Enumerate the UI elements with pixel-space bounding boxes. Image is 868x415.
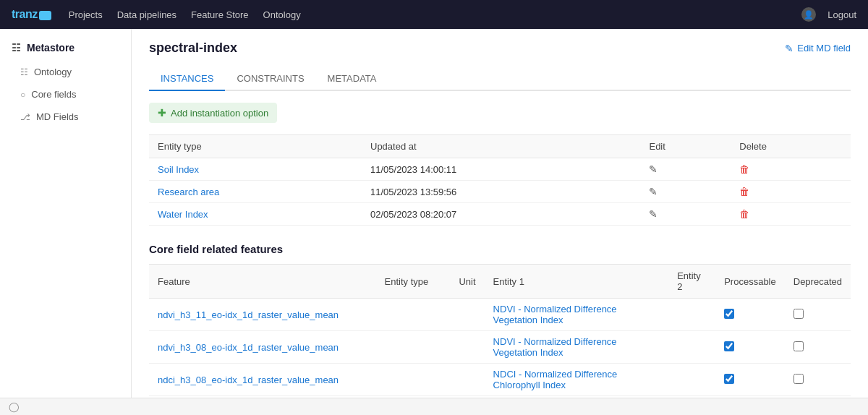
core-field-table-container: Feature Entity type Unit Entity 1 Entity… xyxy=(149,264,851,398)
cf-processable-cell xyxy=(715,299,785,331)
cf-unit xyxy=(450,364,484,396)
tab-metadata[interactable]: METADATA xyxy=(316,67,388,91)
nav-data-pipelines[interactable]: Data pipelines xyxy=(117,9,176,20)
tabs-bar: INSTANCES CONSTRAINTS METADATA xyxy=(149,67,851,91)
ontology-icon: ☷ xyxy=(20,67,28,77)
instance-edit-button[interactable]: ✎ xyxy=(649,186,658,197)
navbar: tranzAI Projects Data pipelines Feature … xyxy=(0,0,868,29)
sidebar-title: Metastore xyxy=(27,42,75,54)
instance-row: Research area 11/05/2023 13:59:56 ✎ 🗑 xyxy=(149,181,851,203)
instance-delete-button[interactable]: 🗑 xyxy=(739,186,749,197)
cf-entity2 xyxy=(668,299,715,331)
tab-instances[interactable]: INSTANCES xyxy=(149,67,225,91)
instances-table: Entity type Updated at Edit Delete Soil … xyxy=(149,134,851,226)
instance-entity-type[interactable]: Research area xyxy=(149,181,362,203)
brand-logo: tranzAI xyxy=(12,8,51,21)
cf-processable-checkbox[interactable] xyxy=(724,341,734,351)
edit-md-label: Edit MD field xyxy=(797,43,851,54)
cf-col-entity2: Entity 2 xyxy=(668,265,715,299)
cf-deprecated-checkbox[interactable] xyxy=(793,374,804,384)
cf-col-processable: Processable xyxy=(715,265,785,299)
instance-delete-cell: 🗑 xyxy=(731,203,851,226)
sidebar-item-md-fields[interactable]: ⎇ MD Fields xyxy=(0,106,131,128)
instance-edit-cell: ✎ xyxy=(640,203,731,226)
instance-edit-button[interactable]: ✎ xyxy=(649,163,658,175)
sidebar: ☷ Metastore ☷ Ontology ○ Core fields ⎇ M… xyxy=(0,29,132,398)
nav-ontology[interactable]: Ontology xyxy=(263,9,301,20)
sidebar-item-core-fields[interactable]: ○ Core fields xyxy=(0,83,131,106)
sidebar-item-ontology[interactable]: ☷ Ontology xyxy=(0,61,131,83)
cf-entity-type xyxy=(376,299,451,331)
instance-delete-cell: 🗑 xyxy=(731,158,851,181)
status-icon: ◯ xyxy=(9,401,20,412)
cf-feature[interactable]: ndvi_h3_08_eo-idx_1d_raster_value_mean xyxy=(149,331,376,364)
nav-right: 👤 Logout xyxy=(801,7,856,22)
cf-processable-checkbox[interactable] xyxy=(724,374,734,384)
tab-constraints[interactable]: CONSTRAINTS xyxy=(225,67,315,91)
cf-unit xyxy=(450,331,484,364)
instance-entity-type[interactable]: Soil Index xyxy=(149,158,362,181)
brand-ai-badge: AI xyxy=(39,11,51,20)
status-bar: ◯ xyxy=(0,398,868,415)
instances-col-updated-at: Updated at xyxy=(362,135,640,158)
user-icon[interactable]: 👤 xyxy=(801,7,816,22)
add-instantiation-button[interactable]: ✚ Add instantiation option xyxy=(149,103,277,123)
cf-deprecated-cell xyxy=(785,364,851,396)
md-fields-icon: ⎇ xyxy=(20,112,30,122)
cf-feature[interactable]: ndci_h3_08_eo-idx_1d_raster_value_mean xyxy=(149,364,376,396)
trash-icon: 🗑 xyxy=(739,186,749,197)
cf-entity2 xyxy=(668,364,715,396)
cf-processable-checkbox[interactable] xyxy=(724,309,734,319)
cf-col-deprecated: Deprecated xyxy=(785,265,851,299)
core-field-table: Feature Entity type Unit Entity 1 Entity… xyxy=(149,264,851,398)
cf-col-entity1: Entity 1 xyxy=(485,265,669,299)
logout-button[interactable]: Logout xyxy=(827,9,856,20)
cf-entity1[interactable]: NDVI - Normalized Difference Vegetation … xyxy=(485,299,669,331)
cf-unit xyxy=(450,299,484,331)
cf-row: ndvi_h3_08_eo-idx_1d_raster_value_mean N… xyxy=(149,331,851,364)
instances-col-delete: Delete xyxy=(731,135,851,158)
instances-table-container: Entity type Updated at Edit Delete Soil … xyxy=(149,134,851,226)
instance-row: Soil Index 11/05/2023 14:00:11 ✎ 🗑 xyxy=(149,158,851,181)
cf-deprecated-checkbox[interactable] xyxy=(793,341,804,351)
cf-col-feature: Feature xyxy=(149,265,376,299)
main-content: spectral-index ✎ Edit MD field INSTANCES… xyxy=(132,29,868,398)
cf-col-unit: Unit xyxy=(450,265,484,299)
instance-entity-type[interactable]: Water Index xyxy=(149,203,362,226)
cf-entity1[interactable]: NDVI - Normalized Difference Vegetation … xyxy=(485,331,669,364)
cf-processable-cell xyxy=(715,364,785,396)
instance-row: Water Index 02/05/2023 08:20:07 ✎ 🗑 xyxy=(149,203,851,226)
cf-deprecated-checkbox[interactable] xyxy=(793,309,804,319)
trash-icon: 🗑 xyxy=(739,208,749,220)
instance-delete-button[interactable]: 🗑 xyxy=(739,163,749,175)
trash-icon: 🗑 xyxy=(739,163,749,175)
core-fields-icon: ○ xyxy=(20,90,25,100)
instance-updated-at: 02/05/2023 08:20:07 xyxy=(362,203,640,226)
nav-links: Projects Data pipelines Feature Store On… xyxy=(69,9,802,20)
edit-md-icon: ✎ xyxy=(785,43,793,54)
instance-updated-at: 11/05/2023 14:00:11 xyxy=(362,158,640,181)
cf-entity-type xyxy=(376,331,451,364)
instance-edit-cell: ✎ xyxy=(640,158,731,181)
cf-entity-type xyxy=(376,364,451,396)
content-header: spectral-index ✎ Edit MD field xyxy=(149,40,851,56)
cf-row: ndci_h3_08_eo-idx_1d_raster_value_mean N… xyxy=(149,364,851,396)
cf-deprecated-cell xyxy=(785,331,851,364)
instances-col-edit: Edit xyxy=(640,135,731,158)
sidebar-header: ☷ Metastore xyxy=(0,35,131,61)
cf-row: ndvi_h3_11_eo-idx_1d_raster_value_mean N… xyxy=(149,299,851,331)
nav-feature-store[interactable]: Feature Store xyxy=(191,9,249,20)
core-field-section-title: Core field related features xyxy=(149,243,851,255)
cf-feature[interactable]: ndvi_h3_11_eo-idx_1d_raster_value_mean xyxy=(149,299,376,331)
sidebar-item-md-fields-label: MD Fields xyxy=(36,111,79,122)
instance-edit-button[interactable]: ✎ xyxy=(649,208,658,220)
instance-delete-button[interactable]: 🗑 xyxy=(739,208,749,220)
cf-col-entity-type: Entity type xyxy=(376,265,451,299)
nav-projects[interactable]: Projects xyxy=(69,9,103,20)
cf-entity1[interactable]: NDCI - Normalized Difference Chlorophyll… xyxy=(485,364,669,396)
add-icon: ✚ xyxy=(158,107,166,119)
edit-md-link[interactable]: ✎ Edit MD field xyxy=(785,43,851,54)
instance-updated-at: 11/05/2023 13:59:56 xyxy=(362,181,640,203)
instance-delete-cell: 🗑 xyxy=(731,181,851,203)
cf-deprecated-cell xyxy=(785,299,851,331)
